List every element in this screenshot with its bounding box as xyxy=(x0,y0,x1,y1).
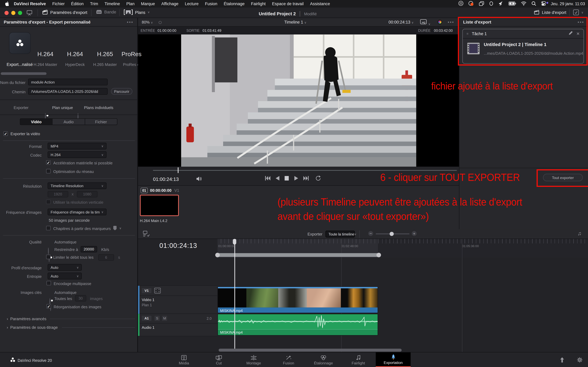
network-opt-checkbox[interactable] xyxy=(46,169,51,173)
multipass-checkbox[interactable] xyxy=(47,281,51,285)
menu-item-trim[interactable]: Trim xyxy=(90,1,98,6)
preset-h265-master-big[interactable]: H.265 xyxy=(92,51,119,58)
audio-monitor-icon[interactable]: ♫ xyxy=(578,230,581,236)
wifi-icon[interactable] xyxy=(521,1,527,6)
layout-preset-button[interactable]: ∨ xyxy=(573,9,583,15)
menu-item-affichage[interactable]: Affichage xyxy=(161,1,178,6)
go-to-start-button[interactable] xyxy=(265,176,271,183)
loop-button[interactable] xyxy=(315,175,321,183)
chapters-checkbox[interactable] xyxy=(46,226,51,230)
spotlight-search-icon[interactable] xyxy=(531,1,536,7)
control-center-icon[interactable] xyxy=(541,1,546,7)
play-reverse-button[interactable] xyxy=(275,176,280,183)
viewer-zoom-dropdown[interactable]: 80% ∨ xyxy=(142,20,153,24)
chevron-down-icon[interactable]: ∨ xyxy=(119,227,121,230)
menu-item-fairlight[interactable]: Fairlight xyxy=(251,1,266,6)
apple-menu-icon[interactable] xyxy=(5,1,10,7)
vertical-res-checkbox[interactable] xyxy=(46,200,51,204)
preset-prores-big[interactable]: ProRes xyxy=(121,51,144,58)
zoom-window-button[interactable] xyxy=(18,11,22,15)
minimize-window-button[interactable] xyxy=(11,11,15,15)
menu-item-etalonnage[interactable]: Étalonnage xyxy=(224,1,244,6)
entropy-dropdown[interactable]: Auto∨ xyxy=(48,273,82,279)
timeline-selector-dropdown[interactable]: Timeline 1 ∨ xyxy=(284,20,306,24)
viewer-scrubber[interactable] xyxy=(153,170,457,171)
reorder-checkbox[interactable] xyxy=(47,304,51,309)
color-management-icon[interactable] xyxy=(437,19,443,25)
notification-badge-icon[interactable] xyxy=(468,1,474,7)
keyframes-every-input[interactable]: 30 xyxy=(75,295,86,301)
limit-interval-input[interactable]: 6 xyxy=(98,254,114,261)
video-track-name[interactable]: Vidéo 1 xyxy=(142,298,155,302)
timeline-scrollbar[interactable] xyxy=(219,349,402,352)
project-manager-icon[interactable] xyxy=(559,357,565,364)
tab-audio[interactable]: Audio xyxy=(52,119,85,125)
scrubber-playhead[interactable] xyxy=(178,167,179,173)
page-deliver[interactable]: Exportation xyxy=(376,352,411,367)
zoom-in-button[interactable]: + xyxy=(412,231,417,236)
ruler-ticks[interactable] xyxy=(217,239,588,243)
advanced-settings-toggle[interactable]: › Paramètres avancés xyxy=(7,316,46,321)
close-window-button[interactable] xyxy=(4,11,9,15)
menu-bar-clock[interactable]: Jeu. 29 janv. 11:03 xyxy=(551,1,585,6)
clean-feed-icon[interactable] xyxy=(159,21,162,24)
framerate-dropdown[interactable]: Fréquence d'images de la tim∨ xyxy=(48,209,106,215)
export-video-checkbox[interactable] xyxy=(3,132,8,136)
plans-toolbar-button[interactable]: Plans ∨ xyxy=(124,9,150,15)
audio-track-toggle[interactable]: A1 xyxy=(141,315,152,321)
playhead-handle[interactable] xyxy=(233,239,236,244)
battery-icon[interactable] xyxy=(508,1,516,6)
panel-options-icon[interactable]: ••• xyxy=(127,20,134,24)
audio-track-name[interactable]: Audio 1 xyxy=(142,325,155,330)
render-range-dropdown[interactable]: Toute la timeline∨ xyxy=(326,231,355,237)
menu-item-assistance[interactable]: Assistance xyxy=(310,1,330,6)
preset-h264-master[interactable]: H.264 Master xyxy=(32,62,59,67)
settings-gear-icon[interactable] xyxy=(577,357,583,364)
video-track-toggle[interactable]: V1 xyxy=(141,288,152,294)
preset-hyperdeck-big[interactable]: H.264 xyxy=(61,51,88,58)
play-button[interactable] xyxy=(294,176,298,183)
solo-button[interactable]: S xyxy=(154,315,160,321)
page-cut[interactable]: Cut xyxy=(201,352,236,367)
tab-fichier[interactable]: Fichier xyxy=(85,119,117,125)
tab-video[interactable]: Vidéo xyxy=(20,119,52,125)
bitrate-input[interactable]: 20000 xyxy=(81,246,97,252)
page-fairlight[interactable]: Fairlight xyxy=(341,352,376,367)
export-settings-toolbar-button[interactable]: Paramètres d'export xyxy=(43,9,87,15)
menu-item-fusion[interactable]: Fusion xyxy=(205,1,217,6)
resolution-dropdown[interactable]: Timeline Resolution∨ xyxy=(48,183,106,189)
individual-clips-label[interactable]: Plans individuels xyxy=(84,105,113,110)
preset-h265-master[interactable]: H.265 Master xyxy=(92,62,119,67)
hw-accel-checkbox[interactable] xyxy=(46,160,51,165)
subtitle-settings-toggle[interactable]: › Paramètres de sous-titrage xyxy=(7,325,58,330)
mute-button[interactable]: M xyxy=(162,315,168,321)
timeline-view-options-icon[interactable] xyxy=(143,231,150,239)
menu-item-plan[interactable]: Plan xyxy=(126,1,135,6)
preset-h264-master-big[interactable]: H.264 xyxy=(32,51,59,58)
preset-prores[interactable]: ProRes 4 xyxy=(123,62,138,67)
resolution-width-input[interactable]: 1920 xyxy=(48,191,68,197)
path-input[interactable]: /Volumes/DATA-LOAD/L1-2025-2026/dd xyxy=(28,88,108,95)
timeline-playhead[interactable] xyxy=(234,239,235,349)
page-fusion[interactable]: Fusion xyxy=(271,352,306,367)
presentation-icon[interactable] xyxy=(26,10,33,17)
video-clip[interactable]: MISKINA.mp4 xyxy=(217,286,378,313)
quality-auto-radio[interactable] xyxy=(48,248,49,255)
format-dropdown[interactable]: MP4∨ xyxy=(48,143,106,150)
output-quality-icon[interactable]: HQ∨ xyxy=(420,19,431,27)
preset-hyperdeck[interactable]: HyperDeck xyxy=(61,62,88,67)
auto-select-icon[interactable] xyxy=(154,288,161,295)
timeline-current-timecode[interactable]: 01:00:24:13 xyxy=(159,242,197,250)
codec-dropdown[interactable]: H.264∨ xyxy=(48,151,106,158)
browse-button[interactable]: Parcourir xyxy=(111,88,132,95)
menu-item-edition[interactable]: Édition xyxy=(71,1,84,6)
menu-item-lecture[interactable]: Lecture xyxy=(185,1,199,6)
tape-toolbar-button[interactable]: Bande xyxy=(96,9,116,15)
menu-item-espace-de-travail[interactable]: Espace de travail xyxy=(272,1,304,6)
range-in-handle[interactable] xyxy=(215,253,220,257)
viewer-options-icon[interactable]: ••• xyxy=(448,20,454,24)
filename-input[interactable]: module Action xyxy=(28,79,108,85)
screen-mirroring-icon[interactable] xyxy=(479,1,484,7)
go-to-end-button[interactable] xyxy=(303,176,309,183)
page-edit[interactable]: Montage xyxy=(236,352,271,367)
